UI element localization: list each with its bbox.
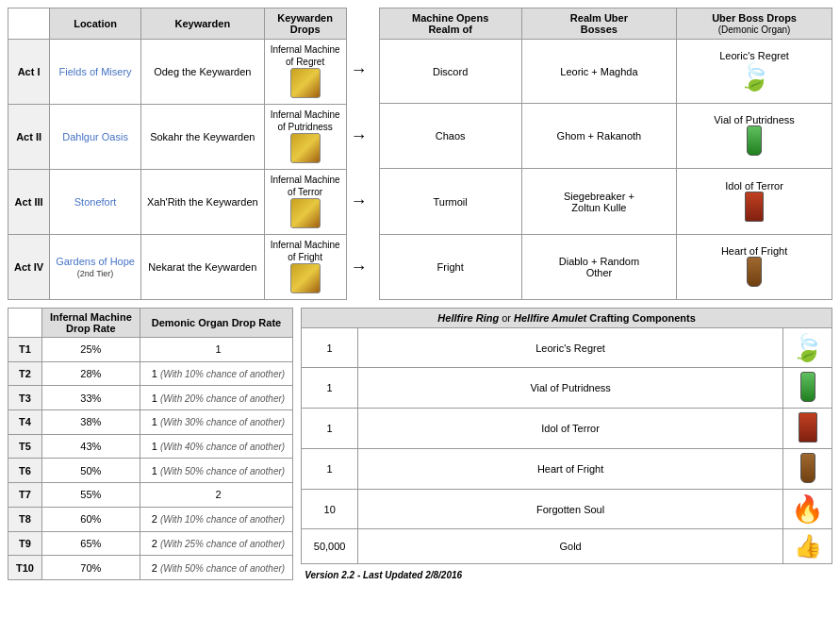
tier-label: T8 [8,507,42,531]
drop-name: Leoric's Regret [683,50,826,61]
table-row: 10Forgotten Soul🔥 [302,490,832,529]
drop-cell: Infernal Machineof Fright [264,235,346,300]
organ-rate-cell: 1 (With 10% chance of another) [140,361,292,386]
bottom-section: Infernal MachineDrop Rate Demonic Organ … [8,308,832,580]
table-row: 1Vial of Putridness [302,368,832,409]
flask-icon [683,257,826,289]
top-section: Location Keywarden KeywardenDrops Act I … [8,8,832,300]
gem-icon [271,133,340,165]
machine-rate-cell: 28% [41,361,140,386]
icon-cell [783,449,832,490]
table-row: Turmoil Siegebreaker +Zoltun Kulle Idol … [379,169,832,234]
realm-cell: Discord [379,40,521,104]
gem-icon [271,198,340,230]
table-row: T1070%2 (With 50% chance of another) [8,556,293,580]
act-label: Act IV [8,235,50,300]
drop-cell: Infernal Machineof Regret [264,40,346,105]
keywarden-cell: Odeg the Keywarden [140,40,264,105]
table-row: T543%1 (With 40% chance of another) [8,434,293,459]
location-cell: Gardens of Hope(2nd Tier) [50,235,141,300]
crafting-header: Hellfire Ring or Hellfire Amulet Craftin… [302,309,832,328]
bottom-right: Hellfire Ring or Hellfire Amulet Craftin… [301,308,832,580]
table-row: T860%2 (With 10% chance of another) [8,507,293,531]
organ-rate-cell: 1 (With 30% chance of another) [140,410,292,435]
flask-icon [800,453,815,483]
arrow-icon: → [351,192,368,211]
crafting-table: Hellfire Ring or Hellfire Amulet Craftin… [301,308,832,564]
item-cell: Forgotten Soul [358,490,783,529]
item-cell: Leoric's Regret [358,328,783,368]
keywarden-header: Keywarden [140,8,264,40]
table-row: Act IV Gardens of Hope(2nd Tier) Nekarat… [8,235,347,300]
drop-name: Vial of Putridness [683,114,826,125]
icon-cell [783,368,832,409]
tier-label: T7 [8,483,42,508]
tier-label: T10 [8,556,42,580]
drop-cell: Infernal Machineof Putridness [264,105,346,170]
gold-icon: 👍 [794,533,822,559]
keywarden-section: Location Keywarden KeywardenDrops Act I … [8,8,371,300]
tier-label: T1 [8,338,42,362]
realm-table: Machine OpensRealm of Realm UberBosses U… [379,8,832,300]
machine-name: Infernal Machineof Terror [271,174,340,198]
drop-cell: Infernal Machineof Terror [264,170,346,235]
idol-icon [683,192,826,224]
vial-icon [683,125,826,158]
drop-name: Heart of Fright [683,245,826,257]
table-row: Fright Diablo + RandomOther Heart of Fri… [379,234,832,299]
table-row: Discord Leoric + Maghda Leoric's Regret … [379,40,832,104]
drop-cell: Vial of Putridness [677,104,832,169]
icon-cell: 🔥 [783,490,832,529]
icon-cell [783,409,832,449]
machine-rate-cell: 65% [41,531,140,556]
qty-cell: 1 [302,409,358,449]
machine-rate-cell: 50% [41,459,140,483]
leaves-icon: 🍃 [683,61,826,92]
keywarden-cell: Xah'Rith the Keywarden [140,170,264,235]
tier-label: T9 [8,531,42,556]
qty-cell: 10 [302,490,358,529]
arrow-icon: → [351,60,368,80]
tier-label: T4 [8,410,42,435]
qty-cell: 1 [302,368,358,409]
idol-icon [799,412,817,443]
machine-rate-cell: 60% [41,507,140,531]
drop-cell: Heart of Fright [677,234,832,299]
version-text: Version 2.2 - Last Updated 2/8/2016 [305,570,832,580]
table-row: 50,000Gold👍 [302,529,832,564]
realm-cell: Chaos [379,104,521,169]
gem-icon [271,68,340,100]
bosses-cell: Diablo + RandomOther [521,234,676,299]
table-row: T125%1 [8,338,293,362]
location-cell: Fields of Misery [50,40,141,105]
machine-rate-cell: 43% [41,434,140,459]
uber-drops-header: Uber Boss Drops(Demonic Organ) [677,8,832,40]
drop-name: Idol of Terror [683,180,826,192]
machine-rate-cell: 55% [41,483,140,508]
act-label: Act I [8,40,50,105]
arrow-icon: → [351,126,368,146]
table-row: Chaos Ghom + Rakanoth Vial of Putridness [379,104,832,169]
drop-rate-table: Infernal MachineDrop Rate Demonic Organ … [8,308,293,580]
table-row: T965%2 (With 25% chance of another) [8,531,293,556]
leaves-icon: 🍃 [791,333,824,362]
machine-rate-cell: 38% [41,410,140,435]
drops-header: KeywardenDrops [264,8,346,40]
item-cell: Idol of Terror [358,409,783,449]
qty-cell: 1 [302,328,358,368]
tier-label: T6 [8,459,42,483]
organ-rate-cell: 1 [140,338,292,362]
machine-rate-header: Infernal MachineDrop Rate [41,309,140,338]
location-cell: Stonefort [50,170,141,235]
keywarden-cell: Sokahr the Keywarden [140,105,264,170]
table-row: T650%1 (With 50% chance of another) [8,459,293,483]
machine-name: Infernal Machineof Putridness [271,109,340,133]
arrow-column: → → → → [347,38,371,300]
organ-rate-cell: 2 (With 25% chance of another) [140,531,292,556]
fire-icon: 🔥 [791,494,824,524]
qty-cell: 50,000 [302,529,358,564]
icon-cell: 👍 [783,529,832,564]
organ-rate-header: Demonic Organ Drop Rate [140,309,292,338]
keywarden-table: Location Keywarden KeywardenDrops Act I … [8,8,347,300]
act-header [8,8,50,40]
